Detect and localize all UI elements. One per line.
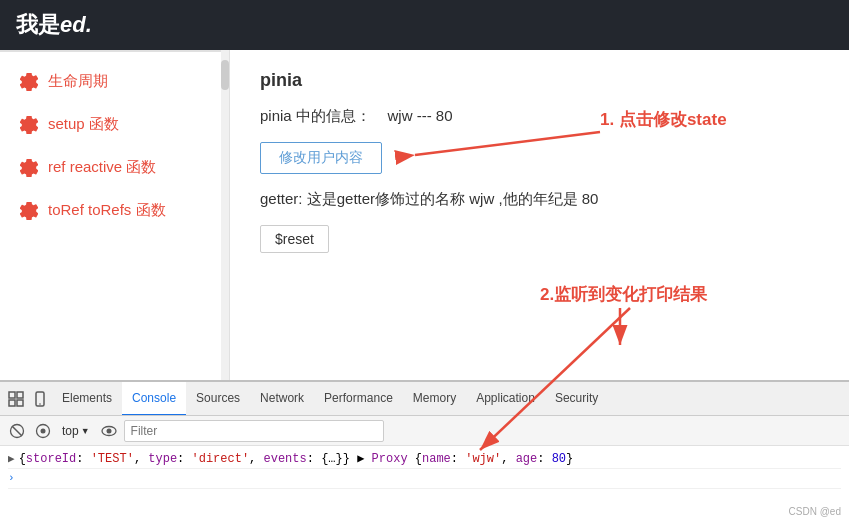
gear-icon-2 (20, 116, 38, 134)
sidebar-item-label-3: ref reactive 函数 (48, 158, 156, 177)
devtools-toolbar: top ▼ (0, 416, 849, 446)
expand-arrow-icon[interactable]: ▶ (8, 451, 15, 465)
tab-sources[interactable]: Sources (186, 382, 250, 416)
tab-performance[interactable]: Performance (314, 382, 403, 416)
eye-icon[interactable] (98, 420, 120, 442)
gear-icon-4 (20, 202, 38, 220)
content-panel: pinia pinia 中的信息： wjw --- 80 修改用户内容 gett… (230, 50, 849, 380)
sidebar-item-ref-reactive[interactable]: ref reactive 函数 (0, 146, 229, 189)
level-selector[interactable]: top ▼ (58, 422, 94, 440)
svg-line-13 (12, 426, 22, 436)
sidebar-item-label: 生命周期 (48, 72, 108, 91)
svg-rect-6 (9, 392, 15, 398)
tab-memory[interactable]: Memory (403, 382, 466, 416)
svg-rect-8 (9, 400, 15, 406)
console-filter-input[interactable] (124, 420, 384, 442)
console-empty-line: › (8, 469, 841, 489)
header: 我是ed. (0, 0, 849, 50)
csdn-watermark: CSDN @ed (789, 506, 841, 517)
mobile-icon[interactable] (28, 387, 52, 411)
down-arrow-icon: ▼ (81, 426, 90, 436)
svg-point-15 (41, 428, 46, 433)
sidebar-item-label-2: setup 函数 (48, 115, 119, 134)
filter-icon[interactable] (32, 420, 54, 442)
tab-elements[interactable]: Elements (52, 382, 122, 416)
inspect-icon[interactable] (4, 387, 28, 411)
main-area: 生命周期 setup 函数 ref reactive 函数 toRef toRe… (0, 50, 849, 380)
svg-rect-9 (17, 400, 23, 406)
tab-console[interactable]: Console (122, 382, 186, 416)
chevron-right-icon[interactable]: › (8, 471, 15, 484)
console-line: ▶ {storeId: 'TEST', type: 'direct', even… (8, 449, 841, 469)
gear-icon-3 (20, 159, 38, 177)
svg-point-11 (39, 403, 41, 405)
sidebar-item-setup[interactable]: setup 函数 (0, 103, 229, 146)
svg-rect-7 (17, 392, 23, 398)
sidebar: 生命周期 setup 函数 ref reactive 函数 toRef toRe… (0, 50, 230, 380)
tab-application[interactable]: Application (466, 382, 545, 416)
header-title: 我是ed. (16, 10, 92, 40)
content-wrapper: pinia pinia 中的信息： wjw --- 80 修改用户内容 gett… (230, 50, 849, 380)
clear-console-button[interactable] (6, 420, 28, 442)
sidebar-item-label-4: toRef toRefs 函数 (48, 201, 166, 220)
sidebar-item-toref[interactable]: toRef toRefs 函数 (0, 189, 229, 232)
devtools-panel: Elements Console Sources Network Perform… (0, 380, 849, 521)
info-line: pinia 中的信息： wjw --- 80 (260, 107, 819, 126)
page-title: pinia (260, 70, 819, 91)
sidebar-item-lifecycle[interactable]: 生命周期 (0, 60, 229, 103)
getter-line: getter: 这是getter修饰过的名称 wjw ,他的年纪是 80 (260, 190, 819, 209)
tab-network[interactable]: Network (250, 382, 314, 416)
tab-security[interactable]: Security (545, 382, 608, 416)
reset-button[interactable]: $reset (260, 225, 329, 253)
console-output: ▶ {storeId: 'TEST', type: 'direct', even… (0, 446, 849, 521)
svg-point-17 (106, 428, 111, 433)
modify-button[interactable]: 修改用户内容 (260, 142, 382, 174)
devtools-tabs: Elements Console Sources Network Perform… (0, 382, 849, 416)
gear-icon (20, 73, 38, 91)
